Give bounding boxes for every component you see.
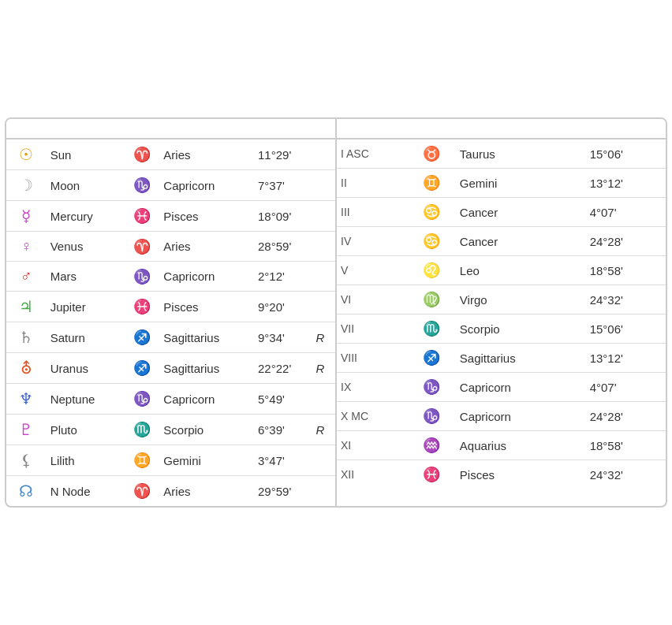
house-deg-h6: 24°32' (586, 285, 666, 314)
planet-sign-symbol-moon: ♑ (124, 170, 159, 201)
house-label-h4: IV (337, 227, 407, 256)
planet-retrograde-mercury (312, 201, 335, 232)
planet-sign-symbol-nnode: ♈ (124, 476, 159, 507)
planet-sign-name-lilith: Gemini (159, 445, 254, 476)
house-deg-h11: 18°58' (586, 431, 666, 460)
planet-deg-nnode: 29°59' (254, 476, 312, 507)
house-deg-h10: 24°28' (586, 402, 666, 431)
planet-symbol-mars: ♂ (6, 262, 47, 292)
planet-symbol-pluto: ♇ (6, 415, 47, 445)
house-row-h9: IX ♑ Capricorn 4°07' (337, 373, 666, 402)
planet-deg-sun: 11°29' (254, 140, 312, 170)
house-label-h7: VII (337, 314, 407, 344)
house-deg-h4: 24°28' (586, 227, 666, 256)
planet-symbol-jupiter: ♃ (6, 292, 47, 322)
planet-sign-symbol-lilith: ♊ (124, 445, 159, 476)
planet-sign-name-uranus: Sagittarius (159, 353, 254, 384)
house-sign-name-h6: Virgo (456, 285, 586, 314)
house-sign-name-h2: Gemini (456, 169, 586, 198)
houses-table-container: I ASC ♉ Taurus 15°06' II ♊ Gemini 13°12'… (337, 140, 666, 506)
planet-retrograde-neptune (312, 384, 335, 415)
house-sign-symbol-h4: ♋ (407, 227, 456, 256)
table-area: ☉ Sun ♈ Aries 11°29' ☽ Moon ♑ Capricorn … (6, 138, 666, 506)
planets-table: ☉ Sun ♈ Aries 11°29' ☽ Moon ♑ Capricorn … (6, 140, 335, 506)
house-label-h2: II (337, 169, 407, 198)
planet-symbol-nnode: ☊ (6, 476, 47, 507)
planet-name-moon: Moon (47, 170, 125, 201)
planet-row-sun: ☉ Sun ♈ Aries 11°29' (6, 140, 335, 170)
planet-sign-name-venus: Aries (159, 232, 254, 262)
planet-sign-symbol-sun: ♈ (124, 140, 159, 170)
planet-symbol-moon: ☽ (6, 170, 47, 201)
house-row-h5: V ♌ Leo 18°58' (337, 256, 666, 285)
planet-retrograde-mars (312, 262, 335, 292)
planet-sign-symbol-saturn: ♐ (124, 322, 159, 353)
planet-sign-symbol-mars: ♑ (124, 262, 159, 292)
houses-table: I ASC ♉ Taurus 15°06' II ♊ Gemini 13°12'… (337, 140, 666, 489)
house-sign-name-h7: Scorpio (456, 314, 586, 344)
house-sign-name-h12: Pisces (456, 460, 586, 489)
planet-deg-moon: 7°37' (254, 170, 312, 201)
house-sign-symbol-h10: ♑ (407, 402, 456, 431)
house-sign-symbol-h9: ♑ (407, 373, 456, 402)
planet-deg-lilith: 3°47' (254, 445, 312, 476)
planet-retrograde-saturn: R (312, 322, 335, 353)
planet-retrograde-nnode (312, 476, 335, 507)
house-sign-name-h8: Sagittarius (456, 344, 586, 373)
planet-symbol-saturn: ♄ (6, 322, 47, 353)
planet-symbol-venus: ♀ (6, 232, 47, 262)
planet-deg-mars: 2°12' (254, 262, 312, 292)
house-label-h1: I ASC (337, 140, 407, 169)
header-row (6, 119, 666, 138)
house-deg-h12: 24°32' (586, 460, 666, 489)
house-sign-symbol-h5: ♌ (407, 256, 456, 285)
planets-table-container: ☉ Sun ♈ Aries 11°29' ☽ Moon ♑ Capricorn … (6, 140, 335, 506)
planet-symbol-neptune: ♆ (6, 384, 47, 415)
planet-deg-uranus: 22°22' (254, 353, 312, 384)
house-sign-symbol-h1: ♉ (407, 140, 456, 169)
planet-symbol-mercury: ☿ (6, 201, 47, 232)
house-label-h11: XI (337, 431, 407, 460)
house-deg-h9: 4°07' (586, 373, 666, 402)
house-sign-name-h5: Leo (456, 256, 586, 285)
house-deg-h7: 15°06' (586, 314, 666, 344)
house-sign-name-h3: Cancer (456, 198, 586, 227)
planet-name-sun: Sun (47, 140, 125, 170)
planet-row-pluto: ♇ Pluto ♏ Scorpio 6°39' R (6, 415, 335, 445)
planet-row-mars: ♂ Mars ♑ Capricorn 2°12' (6, 262, 335, 292)
house-deg-h5: 18°58' (586, 256, 666, 285)
planet-name-saturn: Saturn (47, 322, 125, 353)
placidus-header (337, 119, 666, 138)
planet-name-mercury: Mercury (47, 201, 125, 232)
planet-sign-symbol-uranus: ♐ (124, 353, 159, 384)
planet-sign-symbol-venus: ♈ (124, 232, 159, 262)
house-row-h10: X MC ♑ Capricorn 24°28' (337, 402, 666, 431)
house-row-h3: III ♋ Cancer 4°07' (337, 198, 666, 227)
planet-symbol-uranus: ⛢ (6, 353, 47, 384)
house-row-h2: II ♊ Gemini 13°12' (337, 169, 666, 198)
planet-symbol-sun: ☉ (6, 140, 47, 170)
house-deg-h8: 13°12' (586, 344, 666, 373)
planet-sign-name-neptune: Capricorn (159, 384, 254, 415)
planet-retrograde-sun (312, 140, 335, 170)
planet-retrograde-venus (312, 232, 335, 262)
planet-name-neptune: Neptune (47, 384, 125, 415)
house-label-h3: III (337, 198, 407, 227)
house-row-h7: VII ♏ Scorpio 15°06' (337, 314, 666, 344)
house-label-h8: VIII (337, 344, 407, 373)
house-sign-symbol-h11: ♒ (407, 431, 456, 460)
house-row-h1: I ASC ♉ Taurus 15°06' (337, 140, 666, 169)
planet-sign-symbol-pluto: ♏ (124, 415, 159, 445)
house-row-h8: VIII ♐ Sagittarius 13°12' (337, 344, 666, 373)
planet-name-uranus: Uranus (47, 353, 125, 384)
planet-deg-venus: 28°59' (254, 232, 312, 262)
house-sign-name-h9: Capricorn (456, 373, 586, 402)
house-deg-h1: 15°06' (586, 140, 666, 169)
house-deg-h2: 13°12' (586, 169, 666, 198)
house-deg-h3: 4°07' (586, 198, 666, 227)
house-label-h5: V (337, 256, 407, 285)
planet-row-neptune: ♆ Neptune ♑ Capricorn 5°49' (6, 384, 335, 415)
planet-name-venus: Venus (47, 232, 125, 262)
planet-row-mercury: ☿ Mercury ♓ Pisces 18°09' (6, 201, 335, 232)
house-sign-symbol-h2: ♊ (407, 169, 456, 198)
